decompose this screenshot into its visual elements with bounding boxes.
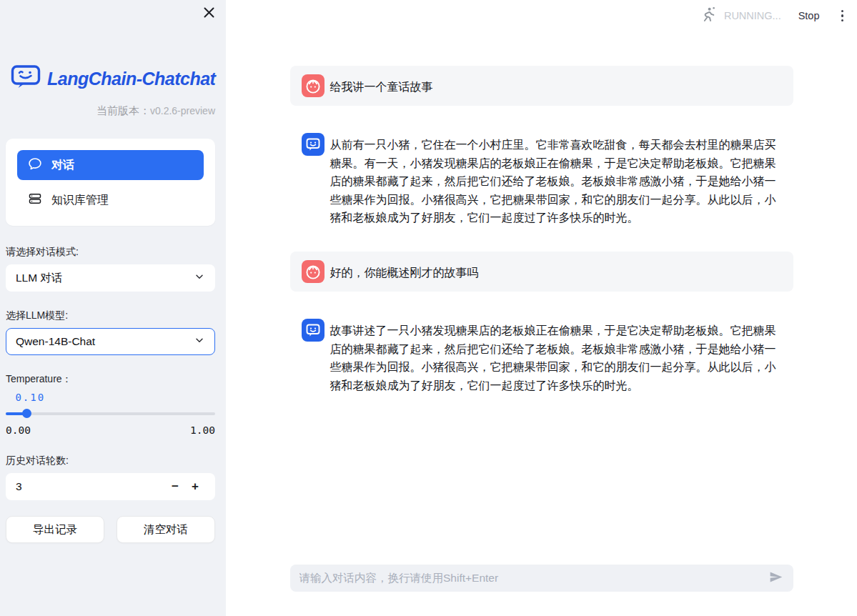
close-icon — [203, 6, 215, 21]
user-avatar-icon — [302, 260, 325, 283]
chat-bubble-logo-icon — [11, 64, 41, 93]
database-icon — [28, 192, 42, 209]
chat-message-assistant: 从前有一只小猪，它住在一个小村庄里。它非常喜欢吃甜食，每天都会去村里的糖果店买糖… — [290, 129, 793, 232]
message-text: 给我讲一个童话故事 — [330, 74, 433, 96]
chat-message-assistant: 故事讲述了一只小猪发现糖果店的老板娘正在偷糖果，于是它决定帮助老板娘。它把糖果店… — [290, 314, 793, 399]
assistant-avatar-icon — [302, 319, 325, 342]
temperature-current-value: 0.10 — [6, 392, 215, 403]
main-area: RUNNING... Stop 给我讲一个童话故事 — [226, 0, 857, 616]
llm-model-value: Qwen-14B-Chat — [16, 335, 95, 348]
llm-model-label: 选择LLM模型: — [6, 309, 215, 322]
sidebar-menu: 对话 知识库管理 — [6, 139, 215, 226]
increment-button[interactable]: + — [185, 480, 205, 494]
message-text: 好的，你能概述刚才的故事吗 — [330, 260, 479, 282]
chat-history: 给我讲一个童话故事 从前有一只小猪，它住在一个小村庄里。它非常喜欢吃甜食，每天都… — [290, 0, 793, 399]
sidebar-item-knowledge-base[interactable]: 知识库管理 — [17, 186, 204, 214]
app-header: RUNNING... Stop — [700, 0, 857, 31]
running-man-icon — [700, 6, 717, 26]
message-text: 故事讲述了一只小猪发现糖果店的老板娘正在偷糖果，于是它决定帮助老板娘。它把糖果店… — [330, 319, 782, 394]
version-info: 当前版本：v0.2.6-preview — [6, 104, 215, 118]
chat-input[interactable] — [299, 572, 766, 585]
sidebar: LangChain-Chatchat 当前版本：v0.2.6-preview 对… — [0, 0, 226, 616]
stop-button[interactable]: Stop — [798, 10, 820, 21]
temperature-min: 0.00 — [6, 424, 31, 436]
running-status: RUNNING... — [724, 10, 781, 21]
decrement-button[interactable]: − — [165, 480, 185, 494]
chat-message-user: 给我讲一个童话故事 — [290, 66, 793, 106]
dialog-mode-select[interactable]: LLM 对话 — [6, 264, 215, 292]
app-title: LangChain-Chatchat — [47, 69, 215, 89]
sidebar-item-label: 知识库管理 — [51, 193, 109, 208]
history-rounds-label: 历史对话轮数: — [6, 454, 215, 467]
temperature-slider[interactable] — [6, 409, 215, 418]
chevron-down-icon — [194, 334, 205, 349]
slider-track — [6, 412, 215, 415]
chat-input-bar — [290, 565, 793, 592]
assistant-avatar-icon — [302, 133, 325, 156]
history-rounds-input[interactable]: 3 − + — [6, 473, 215, 500]
app-logo: LangChain-Chatchat — [11, 64, 215, 93]
sidebar-item-label: 对话 — [51, 158, 74, 173]
chat-message-user: 好的，你能概述刚才的故事吗 — [290, 252, 793, 292]
temperature-max: 1.00 — [190, 424, 215, 436]
menu-kebab-icon[interactable] — [838, 7, 847, 25]
sidebar-item-dialogue[interactable]: 对话 — [17, 150, 204, 180]
dialog-mode-label: 请选择对话模式: — [6, 246, 215, 259]
user-avatar-icon — [302, 74, 325, 97]
version-value: v0.2.6-preview — [150, 105, 215, 116]
chevron-down-icon — [194, 271, 205, 285]
history-rounds-value: 3 — [16, 480, 165, 493]
clear-dialogue-button[interactable]: 清空对话 — [117, 516, 215, 543]
export-records-button[interactable]: 导出记录 — [6, 516, 104, 543]
send-button[interactable] — [766, 567, 786, 590]
llm-model-select[interactable]: Qwen-14B-Chat — [6, 328, 215, 355]
temperature-range: 0.00 1.00 — [6, 424, 215, 436]
temperature-label: Temperature： — [6, 373, 215, 386]
chat-bubble-icon — [28, 157, 42, 174]
version-label: 当前版本： — [96, 104, 150, 116]
dialog-mode-value: LLM 对话 — [16, 271, 62, 286]
send-icon — [768, 570, 783, 587]
sidebar-close-button[interactable] — [201, 6, 217, 21]
message-text: 从前有一只小猪，它住在一个小村庄里。它非常喜欢吃甜食，每天都会去村里的糖果店买糖… — [330, 133, 782, 227]
slider-thumb[interactable] — [22, 409, 31, 418]
